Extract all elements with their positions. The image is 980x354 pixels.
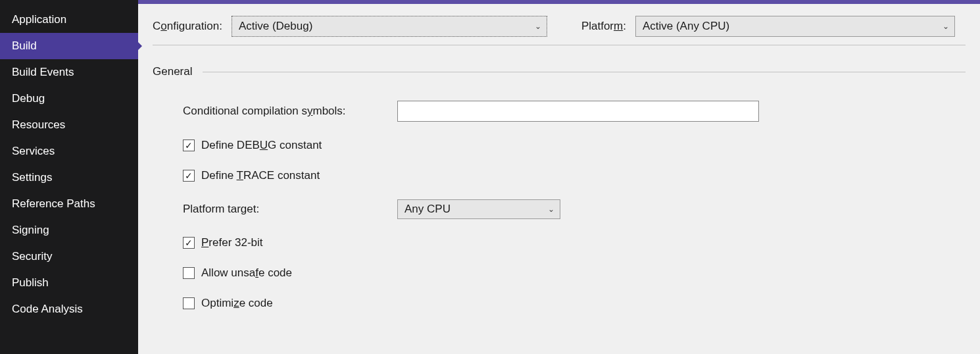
sidebar-item-resources[interactable]: Resources <box>0 112 138 138</box>
row-symbols: Conditional compilation symbols: <box>183 101 966 122</box>
chevron-down-icon: ⌄ <box>535 22 541 31</box>
define-trace-checkbox[interactable] <box>183 170 195 182</box>
content: General Conditional compilation symbols:… <box>138 45 980 327</box>
configuration-dropdown-value: Active (Debug) <box>239 20 312 33</box>
platform-dropdown-value: Active (Any CPU) <box>643 20 729 33</box>
topbar: Configuration: Active (Debug) ⌄ Platform… <box>138 4 980 45</box>
prefer-32bit-label: Prefer 32-bit <box>201 236 263 249</box>
sidebar-item-code-analysis[interactable]: Code Analysis <box>0 296 138 322</box>
optimize-label: Optimize code <box>201 297 273 310</box>
platform-target-dropdown-value: Any CPU <box>404 203 451 216</box>
prefer-32bit-checkbox[interactable] <box>183 237 195 249</box>
configuration-label: Configuration: <box>153 20 222 33</box>
define-debug-checkbox[interactable] <box>183 139 195 151</box>
define-trace-label: Define TRACE constant <box>201 169 320 182</box>
section-header-general: General <box>153 65 966 78</box>
row-define-trace: Define TRACE constant <box>183 169 966 182</box>
define-debug-label: Define DEBUG constant <box>201 139 322 152</box>
symbols-input[interactable] <box>397 101 759 122</box>
sidebar-item-build-events[interactable]: Build Events <box>0 59 138 86</box>
sidebar: Application Build Build Events Debug Res… <box>0 0 138 354</box>
sidebar-item-services[interactable]: Services <box>0 138 138 164</box>
platform-label: Platform: <box>581 20 626 33</box>
sidebar-item-signing[interactable]: Signing <box>0 217 138 243</box>
chevron-down-icon: ⌄ <box>943 22 949 31</box>
row-prefer-32bit: Prefer 32-bit <box>183 236 966 249</box>
general-form: Conditional compilation symbols: Define … <box>153 101 966 310</box>
sidebar-item-settings[interactable]: Settings <box>0 164 138 191</box>
row-platform-target: Platform target: Any CPU ⌄ <box>183 199 966 219</box>
symbols-label: Conditional compilation symbols: <box>183 105 397 118</box>
sidebar-item-application[interactable]: Application <box>0 7 138 33</box>
section-title: General <box>153 65 192 78</box>
optimize-checkbox[interactable] <box>183 297 195 309</box>
chevron-down-icon: ⌄ <box>548 205 554 214</box>
configuration-dropdown[interactable]: Active (Debug) ⌄ <box>232 16 547 37</box>
sidebar-item-publish[interactable]: Publish <box>0 270 138 296</box>
row-allow-unsafe: Allow unsafe code <box>183 266 966 280</box>
platform-dropdown[interactable]: Active (Any CPU) ⌄ <box>635 16 955 37</box>
allow-unsafe-checkbox[interactable] <box>183 267 195 279</box>
main-panel: Configuration: Active (Debug) ⌄ Platform… <box>138 0 980 354</box>
sidebar-item-reference-paths[interactable]: Reference Paths <box>0 191 138 217</box>
row-define-debug: Define DEBUG constant <box>183 139 966 152</box>
sidebar-item-security[interactable]: Security <box>0 243 138 270</box>
row-optimize: Optimize code <box>183 297 966 310</box>
section-divider <box>203 72 966 72</box>
allow-unsafe-label: Allow unsafe code <box>201 266 292 280</box>
platform-target-dropdown[interactable]: Any CPU ⌄ <box>397 199 560 219</box>
sidebar-item-build[interactable]: Build <box>0 33 138 59</box>
platform-target-label: Platform target: <box>183 203 397 216</box>
sidebar-item-debug[interactable]: Debug <box>0 86 138 112</box>
